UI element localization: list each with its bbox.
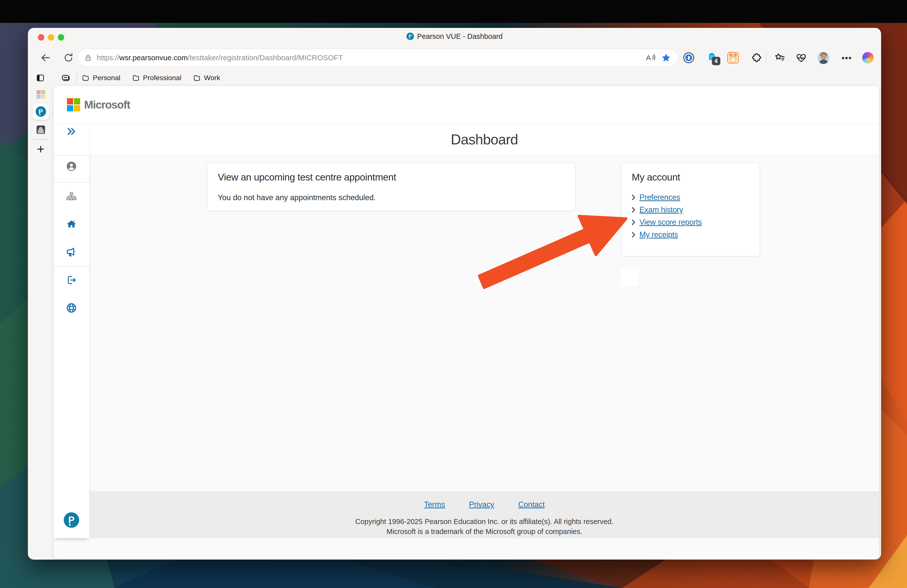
tab-microsoft[interactable] xyxy=(37,90,45,99)
globe-icon xyxy=(66,302,77,314)
tab-strip-divider xyxy=(33,139,49,139)
onepassword-extension-button[interactable] xyxy=(683,52,695,64)
sign-out-icon xyxy=(66,274,77,286)
my-receipts-link[interactable]: My receipts xyxy=(639,230,678,239)
ghostery-extension-button[interactable]: 4 xyxy=(706,52,718,64)
main-content: Dashboard View an upcoming test centre a… xyxy=(90,124,879,559)
account-menu-button[interactable] xyxy=(65,160,78,173)
svg-text:A: A xyxy=(646,53,651,62)
refresh-icon xyxy=(63,52,74,64)
toolbar-divider xyxy=(766,53,766,63)
favorite-star-button[interactable] xyxy=(660,52,672,64)
bookmarks-divider xyxy=(77,73,77,83)
sidebar-divider xyxy=(53,155,89,155)
sidebar-divider xyxy=(53,266,89,267)
copilot-icon xyxy=(862,52,873,64)
copilot-button[interactable] xyxy=(862,52,874,64)
bookmark-folder-professional[interactable]: Professional xyxy=(132,74,181,82)
chevron-right-icon xyxy=(632,194,635,200)
sidebar-divider xyxy=(53,182,89,183)
macos-menu-bar xyxy=(0,0,907,23)
profile-button[interactable] xyxy=(817,52,829,64)
preferences-link[interactable]: Preferences xyxy=(639,193,680,202)
settings-more-button[interactable]: ••• xyxy=(841,52,853,64)
window-titlebar: P Pearson VUE - Dashboard xyxy=(28,28,881,45)
tab-pearson-vue-active[interactable]: P xyxy=(33,103,49,120)
account-link-row: Exam history xyxy=(632,203,750,216)
chevron-right-icon xyxy=(632,207,635,213)
exam-history-link[interactable]: Exam history xyxy=(639,205,683,214)
bookmarks-bar: Personal Professional Work xyxy=(28,71,881,85)
view-score-reports-link[interactable]: View score reports xyxy=(639,218,702,227)
plus-icon: + xyxy=(37,143,44,155)
home-icon xyxy=(66,218,77,230)
hamster-extension-button[interactable] xyxy=(727,52,739,64)
bookmark-folder-work[interactable]: Work xyxy=(193,74,220,82)
onepassword-icon xyxy=(683,52,694,63)
megaphone-icon xyxy=(66,246,77,258)
browser-essentials-button[interactable] xyxy=(795,52,807,64)
home-button[interactable] xyxy=(65,218,78,231)
appointment-card: View an upcoming test centre appointment… xyxy=(207,163,575,211)
bookmark-folder-label: Personal xyxy=(93,74,120,82)
address-bar[interactable]: https://wsr.pearsonvue.com/testtaker/reg… xyxy=(78,49,678,67)
tab-groups-button[interactable] xyxy=(60,72,71,83)
ghostery-badge: 4 xyxy=(712,57,720,65)
bookmark-folder-personal[interactable]: Personal xyxy=(82,74,120,82)
sidebar-pane-icon xyxy=(35,73,45,83)
my-account-card-title: My account xyxy=(632,172,750,183)
appointment-card-title: View an upcoming test centre appointment xyxy=(218,172,565,183)
microsoft-logo[interactable]: Microsoft xyxy=(67,98,130,111)
expand-sidebar-button[interactable] xyxy=(65,125,78,138)
read-aloud-icon: A xyxy=(645,52,655,63)
terms-link[interactable]: Terms xyxy=(424,500,445,509)
back-icon xyxy=(40,52,51,64)
profile-avatar xyxy=(817,51,829,64)
window-title-area: P Pearson VUE - Dashboard xyxy=(28,28,881,45)
sidebar-pane-toggle-button[interactable] xyxy=(35,72,46,83)
url-host: wsr.pearsonvue.com xyxy=(119,53,187,62)
more-icon: ••• xyxy=(841,53,852,63)
sitemap-button[interactable] xyxy=(65,190,78,203)
ghostery-icon: 4 xyxy=(707,52,717,64)
refresh-button[interactable] xyxy=(62,51,75,64)
hamster-extension-icon xyxy=(727,52,739,64)
page-title-band: Dashboard xyxy=(90,124,879,155)
tab-groups-icon xyxy=(61,73,71,83)
new-tab-button[interactable]: + xyxy=(34,142,48,156)
account-icon xyxy=(66,160,77,172)
sign-out-button[interactable] xyxy=(65,274,78,287)
read-aloud-button[interactable]: A xyxy=(644,52,656,64)
page-footer: Terms Privacy Contact Copyright 1996-202… xyxy=(90,491,879,538)
back-button[interactable] xyxy=(39,51,52,64)
account-link-row: Preferences xyxy=(632,191,750,203)
chevron-right-icon xyxy=(632,219,635,225)
pearson-logo: P xyxy=(64,512,79,528)
favorites-collections-icon xyxy=(774,52,785,64)
copyright-line-1: Copyright 1996-2025 Pearson Education In… xyxy=(355,517,614,527)
microsoft-logo-icon xyxy=(67,98,80,111)
page-title: Dashboard xyxy=(451,131,518,147)
contact-link[interactable]: Contact xyxy=(518,500,545,509)
announcements-button[interactable] xyxy=(65,246,78,259)
account-link-row: View score reports xyxy=(632,216,750,229)
appointment-card-body: You do not have any appointments schedul… xyxy=(218,193,565,202)
tab-memoji[interactable] xyxy=(37,125,45,134)
pearson-favicon-icon: P xyxy=(407,33,414,40)
extensions-button[interactable] xyxy=(750,52,762,64)
page-viewport: Microsoft xyxy=(53,86,879,559)
page-sidebar: P xyxy=(53,124,90,538)
account-link-row: My receipts xyxy=(632,229,750,241)
url-text: https://wsr.pearsonvue.com/testtaker/reg… xyxy=(97,53,343,62)
white-square-artifact xyxy=(621,268,638,286)
language-button[interactable] xyxy=(65,301,78,314)
expand-chevrons-icon xyxy=(66,126,77,137)
privacy-link[interactable]: Privacy xyxy=(469,500,494,509)
browser-window: P Pearson VUE - Dashboard xyxy=(28,28,881,560)
url-scheme: https:// xyxy=(97,53,119,62)
favorites-button[interactable] xyxy=(774,52,786,64)
lock-icon xyxy=(84,53,92,63)
my-account-card: My account Preferences Exam xyxy=(622,163,760,256)
folder-icon xyxy=(82,74,90,82)
favorite-star-icon xyxy=(661,53,671,63)
